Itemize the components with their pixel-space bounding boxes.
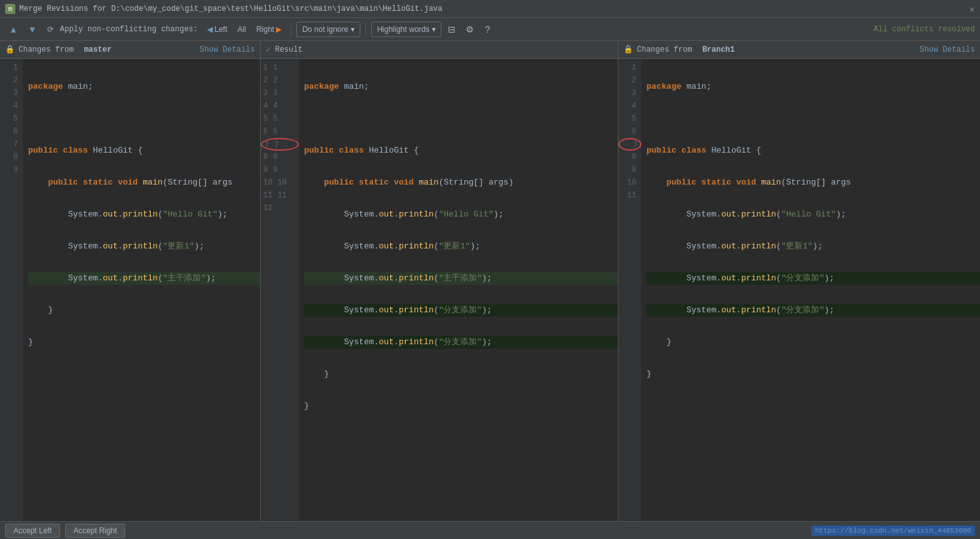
bottom-bar: Accept Left Accept Right https://blog.cs… xyxy=(0,521,980,539)
right-code-content: package main; public class HelloGit { pu… xyxy=(641,59,980,521)
left-code-content: package main; public class HelloGit { pu… xyxy=(23,59,260,521)
left-show-details-link[interactable]: Show Details xyxy=(200,45,255,54)
middle-panel-header: ✓ Result xyxy=(261,41,618,59)
left-panel-header: 🔒 Changes from master Show Details xyxy=(0,41,260,59)
separator-2 xyxy=(365,23,366,36)
apply-right-button[interactable]: Right ▶ xyxy=(252,22,286,37)
left-panel: 🔒 Changes from master Show Details 1 2 3… xyxy=(0,41,261,521)
right-header-label: Changes from xyxy=(637,45,692,54)
do-not-ignore-button[interactable]: Do not ignore ▾ xyxy=(296,22,360,37)
checkmark-icon: ✓ xyxy=(266,44,271,55)
title-bar: ⊞ Merge Revisions for D:\code\my_code\gi… xyxy=(0,0,980,18)
middle-code-content: package main; public class HelloGit { pu… xyxy=(299,59,618,521)
window-title: Merge Revisions for D:\code\my_code\git_… xyxy=(19,4,975,13)
left-code-area[interactable]: 1 2 3 4 5 6 7 8 9 package main; public c… xyxy=(0,59,260,521)
conflicts-resolved-label: All conflicts resolved xyxy=(874,25,975,34)
next-change-button[interactable]: ▼ xyxy=(24,22,41,37)
toolbar: ▲ ▼ ⟳ Apply non-conflicting changes: ◀ L… xyxy=(0,18,980,41)
left-line-numbers: 1 2 3 4 5 6 7 8 9 xyxy=(0,59,23,521)
right-lock-icon: 🔒 xyxy=(624,45,633,54)
accept-left-button[interactable]: Accept Left xyxy=(5,524,60,538)
right-show-details-link[interactable]: Show Details xyxy=(920,45,975,54)
right-panel-header: 🔒 Changes from Branch1 Show Details xyxy=(618,41,980,59)
prev-change-button[interactable]: ▲ xyxy=(5,22,22,37)
right-panel: 🔒 Changes from Branch1 Show Details 1 2 … xyxy=(618,41,980,521)
left-header-label: Changes from xyxy=(19,45,73,54)
middle-panel: ✓ Result 11 22 33 44 55 66 77 88 99 1010… xyxy=(261,41,618,521)
middle-code-area[interactable]: 11 22 33 44 55 66 77 88 99 1010 1111 12 … xyxy=(261,59,618,521)
result-label: Result xyxy=(275,45,302,54)
right-code-area[interactable]: 1 2 3 4 5 6 7 8 9 10 11 package main; pu… xyxy=(618,59,980,521)
settings-button[interactable]: ⚙ xyxy=(462,22,477,37)
columns-button[interactable]: ⊟ xyxy=(444,22,459,37)
separator-1 xyxy=(291,23,291,36)
app-icon: ⊞ xyxy=(5,4,15,14)
middle-line-numbers: 11 22 33 44 55 66 77 88 99 1010 1111 12 xyxy=(261,59,299,521)
right-branch-name: Branch1 xyxy=(702,45,734,54)
highlight-words-button[interactable]: Highlight words ▾ xyxy=(371,22,441,37)
status-url: https://blog.csdn.net/weixin_44853600 xyxy=(811,526,975,536)
lock-icon: 🔒 xyxy=(5,45,15,54)
apply-label: Apply non-conflicting changes: xyxy=(60,25,198,34)
main-content: 🔒 Changes from master Show Details 1 2 3… xyxy=(0,41,980,521)
apply-all-button[interactable]: All xyxy=(234,22,250,37)
accept-right-button[interactable]: Accept Right xyxy=(65,524,125,538)
help-button[interactable]: ? xyxy=(480,22,495,37)
left-branch-name: master xyxy=(84,45,111,54)
sync-button[interactable]: ⟳ xyxy=(43,22,57,37)
close-button[interactable]: ✕ xyxy=(970,3,975,14)
right-line-numbers: 1 2 3 4 5 6 7 8 9 10 11 xyxy=(618,59,641,521)
apply-left-button[interactable]: ◀ Left xyxy=(203,22,231,37)
